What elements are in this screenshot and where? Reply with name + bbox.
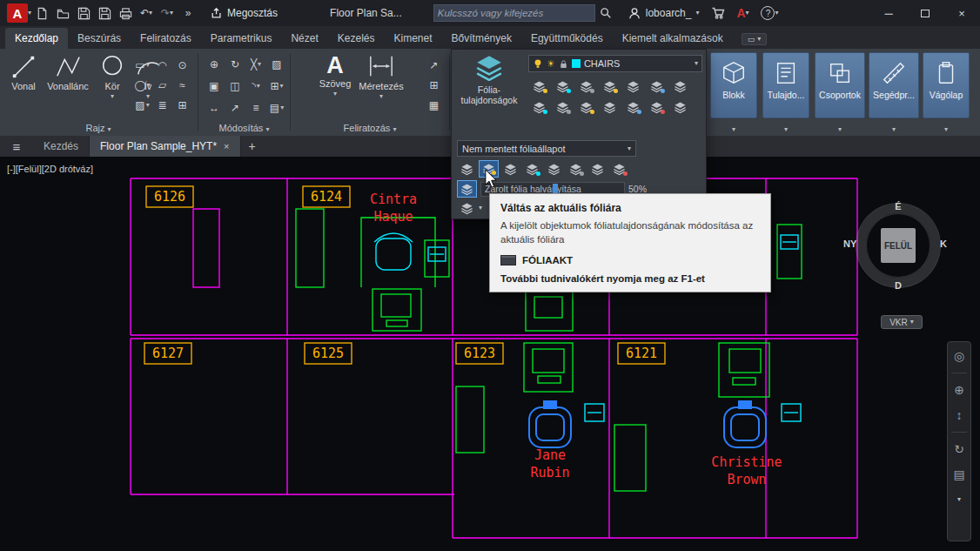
trim-tool-icon[interactable]: ╳▾: [245, 53, 266, 75]
tab-kezdolap[interactable]: Kezdőlap: [5, 28, 68, 49]
compass-east[interactable]: K: [940, 239, 947, 249]
minimize-button[interactable]: ─: [870, 0, 907, 26]
account-menu[interactable]: loboarch_ ▾: [628, 7, 700, 20]
move-tool-icon[interactable]: ⊕: [204, 53, 225, 75]
pan-icon[interactable]: ⊕: [950, 381, 968, 399]
layer-tool-12-icon[interactable]: [622, 98, 643, 116]
panel-label-modify[interactable]: Módosítás ▾: [199, 123, 289, 133]
panel-label-annotate[interactable]: Feliratozás ▾: [292, 123, 448, 133]
region-tool-icon[interactable]: ≣: [152, 95, 172, 115]
compass-south[interactable]: D: [855, 280, 942, 291]
tab-beszuras[interactable]: Beszúrás: [68, 28, 131, 49]
previous-layer-icon[interactable]: [522, 160, 542, 178]
rectangle-tool-icon[interactable]: ▭▾: [132, 55, 152, 75]
layer-tool-6-icon[interactable]: [646, 77, 667, 95]
ellipse-tool-icon[interactable]: ◯▾: [132, 75, 152, 95]
rotate-tool-icon[interactable]: ↻: [225, 53, 245, 75]
close-tab-icon[interactable]: ×: [224, 141, 229, 151]
fillet-tool-icon[interactable]: ◝▾: [245, 75, 266, 97]
mirror-tool-icon[interactable]: ◫: [225, 75, 245, 97]
layer-tool-9-icon[interactable]: [552, 98, 573, 116]
tab-bovitmenyek[interactable]: Bővítmények: [442, 28, 521, 49]
tab-egyuttmukodes[interactable]: Együttműködés: [521, 28, 613, 49]
layer-merge-icon[interactable]: [544, 160, 564, 178]
help-icon[interactable]: ?▾: [761, 3, 780, 23]
layer-unlock-tool-icon[interactable]: [622, 77, 643, 95]
groups-panel-chevron-icon[interactable]: ▾: [815, 122, 865, 132]
clipboard-panel-chevron-icon[interactable]: ▾: [923, 122, 970, 132]
table-tool-icon[interactable]: ⊞: [424, 75, 444, 95]
scale-tool-icon[interactable]: ↗: [225, 97, 245, 118]
share-button[interactable]: Megosztás: [211, 7, 278, 19]
point-tool-icon[interactable]: ⊙: [172, 55, 192, 75]
layer-tool-10-icon[interactable]: [575, 98, 596, 116]
groups-panel-button[interactable]: Csoportok: [815, 52, 865, 118]
autodesk-assistant-icon[interactable]: A▾: [734, 3, 753, 23]
line-tool-button[interactable]: Vonal: [4, 52, 43, 100]
close-button[interactable]: ×: [943, 0, 980, 26]
steering-wheel-icon[interactable]: ◎: [950, 347, 968, 365]
open-file-icon[interactable]: [53, 3, 72, 23]
layer-tool-13-icon[interactable]: [646, 98, 667, 116]
tab-start[interactable]: Kezdés: [33, 136, 90, 157]
panel-label-draw[interactable]: Rajz ▾: [0, 123, 197, 133]
arc-extra-tool-icon[interactable]: ◠: [152, 55, 172, 75]
polyline-tool-button[interactable]: Vonallánc: [44, 52, 91, 100]
tab-nezet[interactable]: Nézet: [281, 28, 327, 49]
new-file-icon[interactable]: [32, 3, 51, 23]
layer-tool-11-icon[interactable]: [599, 98, 620, 116]
layer-select-dropdown[interactable]: ☀ CHAIRS ▾: [528, 55, 702, 72]
viewport-controls[interactable]: [-][Felül][2D drótváz]: [7, 164, 93, 174]
app-store-cart-icon[interactable]: [708, 3, 728, 23]
view-cube[interactable]: FELÜL É NY K D: [855, 202, 942, 289]
dimension-tool-button[interactable]: Méretezés ▾: [356, 52, 406, 100]
file-tabs-menu-icon[interactable]: ≡: [0, 136, 33, 157]
properties-panel-chevron-icon[interactable]: ▾: [762, 122, 809, 132]
save-icon[interactable]: [74, 3, 93, 23]
block-panel-chevron-icon[interactable]: ▾: [710, 122, 757, 132]
compass-north[interactable]: É: [855, 201, 942, 212]
redo-icon[interactable]: ↷▾: [158, 3, 177, 23]
annotation-extra-tool-icon[interactable]: ▦: [424, 95, 444, 115]
app-logo[interactable]: A: [7, 3, 28, 23]
app-menu-chevron-icon[interactable]: ▾: [28, 10, 31, 17]
more-modify-tool-icon[interactable]: ▤▾: [266, 97, 287, 118]
spline-tool-icon[interactable]: ≈: [172, 75, 192, 95]
save-as-icon[interactable]: [95, 3, 114, 23]
quick-access-more-icon[interactable]: »: [178, 3, 198, 23]
utilities-panel-chevron-icon[interactable]: ▾: [869, 122, 919, 132]
circle-tool-button[interactable]: Kör ▾: [93, 52, 131, 100]
compass-west[interactable]: NY: [843, 239, 856, 249]
maximize-button[interactable]: [907, 0, 943, 26]
ucs-dropdown[interactable]: VKR ▾: [881, 315, 923, 329]
layer-isolate-icon[interactable]: [552, 77, 573, 95]
new-tab-button[interactable]: +: [241, 136, 264, 157]
navbar-more-chevron-icon[interactable]: ▾: [950, 491, 968, 508]
polygon-tool-icon[interactable]: ▱: [152, 75, 172, 95]
ribbon-display-toggle[interactable]: ▭▾: [742, 33, 768, 45]
copy-tool-icon[interactable]: ▣: [204, 75, 225, 97]
tab-kimenet[interactable]: Kimenet: [385, 28, 442, 49]
zoom-extents-icon[interactable]: ↕: [950, 407, 968, 424]
properties-panel-button[interactable]: Tulajdo...: [762, 52, 809, 118]
layer-freeze-other-icon[interactable]: [587, 160, 607, 178]
showmotion-icon[interactable]: ▤: [950, 466, 968, 483]
layer-properties-button[interactable]: Fólia-tulajdonságok: [455, 53, 523, 105]
layer-freeze-icon[interactable]: [575, 77, 596, 95]
block-panel-button[interactable]: Blokk: [710, 52, 757, 118]
plot-icon[interactable]: [116, 3, 135, 23]
layer-off-icon[interactable]: [528, 77, 549, 95]
hatch-tool-icon[interactable]: ▨▾: [132, 95, 152, 115]
table-like-tool-icon[interactable]: ⊞: [172, 95, 192, 115]
tab-kiemelt-alkalmazasok[interactable]: Kiemelt alkalmazások: [613, 28, 733, 49]
match-layer-icon[interactable]: [500, 160, 520, 178]
search-input[interactable]: [438, 8, 591, 18]
layer-walk-icon[interactable]: [457, 160, 477, 178]
tab-kezeles[interactable]: Kezelés: [328, 28, 385, 49]
text-tool-button[interactable]: A Szöveg ▾: [316, 52, 354, 100]
locked-fade-toggle-icon[interactable]: [457, 180, 477, 198]
layer-fade-extra-icon[interactable]: [457, 199, 477, 217]
leader-tool-icon[interactable]: ↗: [424, 55, 444, 75]
layer-lock-tool-icon[interactable]: [599, 77, 620, 95]
layer-tool-14-icon[interactable]: [669, 98, 690, 116]
